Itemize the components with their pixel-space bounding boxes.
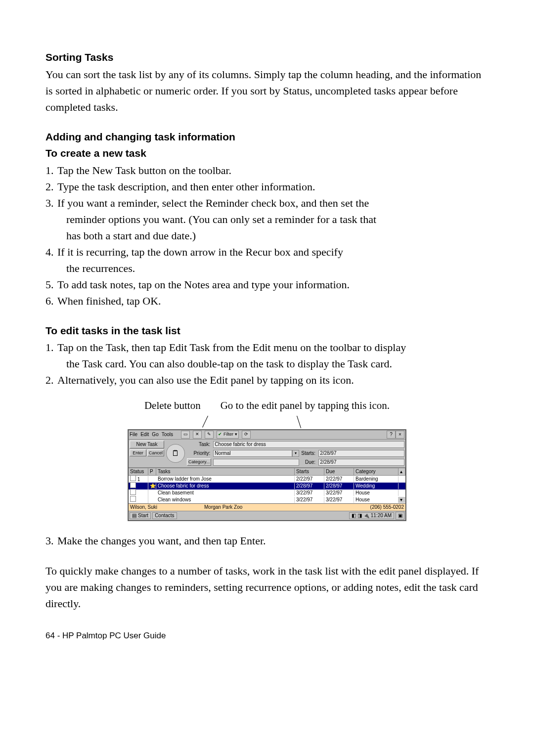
enter-button[interactable]: Enter [130, 449, 146, 457]
new-task-button[interactable]: New Task [130, 441, 164, 448]
col-starts[interactable]: Starts [295, 468, 324, 475]
col-status[interactable]: Status [129, 468, 148, 475]
due-label: Due: [301, 459, 316, 465]
checkbox-icon[interactable] [130, 482, 136, 488]
step-num: 2. [45, 372, 57, 388]
step-num: 3. [45, 533, 57, 549]
step-num [45, 227, 57, 244]
filter-dropdown[interactable]: ✔Filter▾ [217, 431, 239, 439]
table-row[interactable]: Clean basement 3/22/97 3/22/97 House [129, 489, 405, 496]
cancel-button[interactable]: Cancel [147, 449, 164, 457]
priority-label: Priority: [187, 450, 211, 456]
step-num: 5. [45, 276, 57, 293]
para-quickchanges: To quickly make changes to a number of t… [45, 563, 489, 612]
annotation-delete: Delete button [144, 398, 201, 414]
windows-icon: ▤ [132, 513, 136, 519]
menu-go[interactable]: Go [152, 432, 158, 438]
callout-line [297, 415, 301, 428]
chevron-down-icon[interactable]: ▾ [292, 450, 299, 457]
col-tasks[interactable]: Tasks [156, 468, 295, 475]
menu-file[interactable]: File [130, 432, 137, 438]
toolbar-button[interactable]: ⟳ [242, 431, 251, 439]
page-footer: 64 - HP Palmtop PC User Guide [45, 629, 489, 642]
heading-edit: To edit tasks in the task list [45, 323, 489, 339]
step-num: 1. [45, 339, 57, 356]
col-due[interactable]: Due [324, 468, 354, 475]
annotation-editpanel: Go to the edit panel by tapping this ico… [221, 398, 390, 414]
toolbar-button[interactable]: ▭ [181, 431, 190, 439]
category-button[interactable]: Category... [187, 458, 211, 466]
table-row[interactable]: 1 Borrow ladder from Jose 2/22/97 2/22/9… [129, 476, 405, 483]
system-tray[interactable]: ◧ ◨ 🔌 11:20 AM [349, 512, 394, 519]
step-text: To add task notes, tap on the Notes area… [57, 276, 350, 293]
due-field[interactable]: 2/28/97 [318, 459, 404, 466]
step-num: 3. [45, 195, 57, 211]
step-text: If you want a reminder, select the Remin… [57, 195, 369, 211]
menu-edit[interactable]: Edit [140, 432, 149, 438]
table-row[interactable]: Clean windows 3/22/97 3/22/97 House ▾ [129, 496, 405, 503]
clock: 11:20 AM [371, 513, 392, 518]
step-num [45, 260, 57, 276]
scrollbar-up[interactable]: ▴ [399, 468, 405, 475]
step-num: 6. [45, 293, 57, 309]
step-text: Tap the New Task button on the toolbar. [57, 162, 231, 178]
taskbar: ▤Start Contacts ◧ ◨ 🔌 11:20 AM ▣ [129, 511, 405, 520]
menubar: File Edit Go Tools ▭ ✕ ✎ ✔Filter▾ ⟳ ? × [129, 430, 405, 440]
step-num [45, 211, 57, 227]
step-text: the Task card. You can also double-tap o… [57, 356, 392, 372]
tasks-app-screenshot: File Edit Go Tools ▭ ✕ ✎ ✔Filter▾ ⟳ ? × … [128, 430, 406, 521]
para-sorting: You can sort the task list by any of its… [45, 66, 489, 115]
col-priority[interactable]: P [148, 468, 156, 475]
checkbox-icon[interactable] [130, 489, 136, 495]
step-num: 4. [45, 244, 57, 260]
starts-field[interactable]: 2/28/97 [318, 450, 404, 457]
close-button[interactable]: × [396, 431, 404, 439]
heading-create: To create a new task [45, 145, 489, 161]
callout-line [202, 415, 208, 427]
checkbox-icon[interactable] [130, 475, 136, 481]
task-table: Status P Tasks Starts Due Category ▴ 1 B… [129, 468, 405, 503]
delete-button[interactable]: ✕ [193, 431, 202, 439]
step-text: Tap on the Task, then tap Edit Task from… [57, 339, 406, 356]
checkbox-icon[interactable] [130, 496, 136, 502]
step-text: Alternatively, you can also use the Edit… [57, 372, 354, 388]
table-row[interactable]: ⭐ Choose fabric for dress 2/28/97 2/28/9… [129, 483, 405, 489]
heading-adding: Adding and changing task information [45, 129, 489, 145]
step-text: Make the changes you want, and then tap … [57, 533, 266, 549]
tray-icons: ◧ ◨ 🔌 [352, 513, 370, 518]
desktop-button[interactable]: ▣ [396, 512, 404, 520]
menu-tools[interactable]: Tools [162, 432, 173, 438]
scrollbar-down[interactable]: ▾ [399, 497, 405, 503]
task-icon: 🗒 [166, 444, 185, 463]
task-field[interactable]: Choose fabric for dress [213, 441, 404, 448]
status-bar: Wilson, Suki Morgan Park Zoo (206) 555-0… [129, 503, 405, 511]
start-button[interactable]: ▤Start [130, 512, 151, 519]
taskbar-app[interactable]: Contacts [152, 512, 177, 519]
help-button[interactable]: ? [387, 431, 396, 439]
step-text: If it is recurring, tap the down arrow i… [57, 244, 343, 260]
step-text: reminder options you want. (You can only… [57, 211, 376, 227]
heading-sorting: Sorting Tasks [45, 49, 489, 65]
edit-panel: New Task Enter Cancel 🗒 Task: Choose fab… [129, 440, 405, 468]
priority-dropdown[interactable]: Normal▾ [213, 450, 299, 457]
step-text: When finished, tap OK. [57, 293, 161, 309]
col-category[interactable]: Category [354, 468, 399, 475]
task-label: Task: [187, 442, 211, 447]
starts-label: Starts: [301, 450, 316, 456]
step-text: Type the task description, and then ente… [57, 178, 315, 195]
step-num [45, 356, 57, 372]
step-text: has both a start and due date.) [57, 227, 196, 244]
edit-panel-button[interactable]: ✎ [205, 431, 214, 439]
step-num: 2. [45, 178, 57, 195]
step-num: 1. [45, 162, 57, 178]
step-text: the recurrences. [57, 260, 135, 276]
category-field[interactable] [213, 459, 299, 466]
